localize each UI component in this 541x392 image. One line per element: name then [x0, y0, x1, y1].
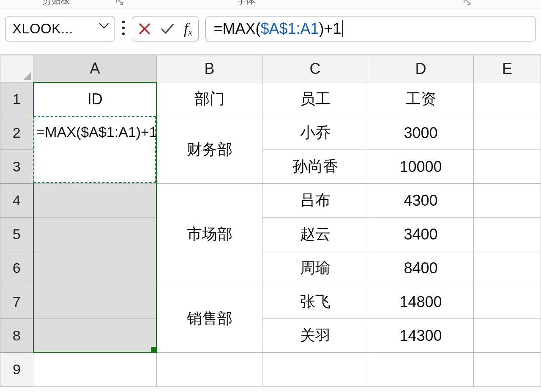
cell-C5[interactable]: 赵云 — [262, 218, 368, 251]
cell-C3[interactable]: 孙尚香 — [262, 150, 368, 184]
formula-bar: XLOOK... fx =MAX($A$1:A1)+1 — [0, 8, 541, 55]
col-header-B[interactable]: B — [157, 55, 262, 82]
formula-text-ref: $A$1:A1 — [260, 20, 319, 38]
ribbon-text-left: 剪贴板 — [42, 0, 70, 7]
row-header-1[interactable]: 1 — [0, 82, 33, 116]
cell-A6[interactable] — [33, 251, 157, 285]
cell-E6[interactable] — [474, 251, 541, 285]
row-header-5[interactable]: 5 — [0, 218, 33, 251]
cell-E3[interactable] — [474, 150, 541, 184]
cell-E5[interactable] — [474, 218, 541, 251]
ribbon-text-right: 字体 — [237, 0, 255, 7]
cell-C4[interactable]: 吕布 — [262, 184, 368, 218]
fx-controls: fx — [132, 16, 199, 41]
ribbon-launcher-2[interactable] — [463, 0, 471, 5]
formula-input[interactable]: =MAX($A$1:A1)+1 — [205, 16, 536, 41]
cell-C6[interactable]: 周瑜 — [262, 251, 368, 285]
cell-A8[interactable] — [33, 319, 157, 353]
cell-A1[interactable]: ID — [33, 82, 157, 116]
formula-text-suffix: )+1 — [319, 20, 342, 38]
svg-point-1 — [122, 27, 125, 29]
enter-icon[interactable] — [160, 22, 175, 35]
cell-D8[interactable]: 14300 — [368, 319, 474, 353]
cell-A4[interactable] — [33, 184, 157, 218]
separator-dots — [115, 19, 132, 38]
cell-A3[interactable] — [33, 150, 157, 184]
cell-E2[interactable] — [474, 116, 541, 150]
cell-E9[interactable] — [474, 353, 541, 387]
row-header-7[interactable]: 7 — [0, 285, 33, 319]
cell-B9[interactable] — [157, 353, 262, 387]
row-header-3[interactable]: 3 — [0, 150, 33, 184]
cell-A7[interactable] — [33, 285, 157, 319]
cell-C8[interactable]: 关羽 — [262, 319, 368, 353]
row-header-8[interactable]: 8 — [0, 319, 33, 353]
cell-A5[interactable] — [33, 218, 157, 251]
cell-D6[interactable]: 8400 — [368, 251, 474, 285]
cell-C9[interactable] — [262, 353, 368, 387]
cancel-icon[interactable] — [138, 22, 151, 35]
svg-point-2 — [122, 33, 125, 35]
cell-C1[interactable]: 员工 — [262, 82, 368, 116]
col-header-A[interactable]: A — [33, 55, 157, 82]
name-box[interactable]: XLOOK... — [5, 16, 115, 41]
ribbon-edge: 剪贴板 字体 — [0, 0, 541, 8]
cell-D3[interactable]: 10000 — [368, 150, 474, 184]
cell-A9[interactable] — [33, 353, 157, 387]
cell-E4[interactable] — [474, 184, 541, 218]
cell-B1[interactable]: 部门 — [157, 82, 262, 116]
col-header-C[interactable]: C — [262, 55, 368, 82]
cell-D4[interactable]: 4300 — [368, 184, 474, 218]
cell-A2[interactable] — [33, 116, 157, 150]
formula-text-prefix: =MAX( — [213, 20, 260, 38]
svg-point-0 — [122, 21, 125, 23]
chevron-down-icon[interactable] — [98, 19, 109, 35]
col-header-E[interactable]: E — [474, 55, 541, 82]
cell-C2[interactable]: 小乔 — [262, 116, 368, 150]
cell-D9[interactable] — [368, 353, 474, 387]
row-header-4[interactable]: 4 — [0, 184, 33, 218]
cell-D7[interactable]: 14800 — [368, 285, 474, 319]
text-caret — [342, 20, 343, 37]
col-header-D[interactable]: D — [368, 55, 474, 82]
select-all-corner[interactable] — [0, 55, 33, 82]
name-box-value: XLOOK... — [12, 21, 73, 37]
row-header-2[interactable]: 2 — [0, 116, 33, 150]
cell-E1[interactable] — [474, 82, 541, 116]
spreadsheet-grid[interactable]: A B C D E 1 ID 部门 员工 工资 2 财务部 小乔 3000 3 … — [0, 55, 541, 387]
row-header-9[interactable]: 9 — [0, 353, 33, 387]
cell-E8[interactable] — [474, 319, 541, 353]
row-header-6[interactable]: 6 — [0, 251, 33, 285]
cell-C7[interactable]: 张飞 — [262, 285, 368, 319]
cell-B4[interactable]: 市场部 — [157, 184, 262, 285]
ribbon-launcher-1[interactable] — [116, 0, 123, 5]
cell-B7[interactable]: 销售部 — [157, 285, 262, 353]
cell-E7[interactable] — [474, 285, 541, 319]
cell-D1[interactable]: 工资 — [368, 82, 474, 116]
cell-D2[interactable]: 3000 — [368, 116, 474, 150]
cell-D5[interactable]: 3400 — [368, 218, 474, 251]
cell-B2[interactable]: 财务部 — [157, 116, 262, 184]
fx-icon[interactable]: fx — [184, 19, 192, 38]
